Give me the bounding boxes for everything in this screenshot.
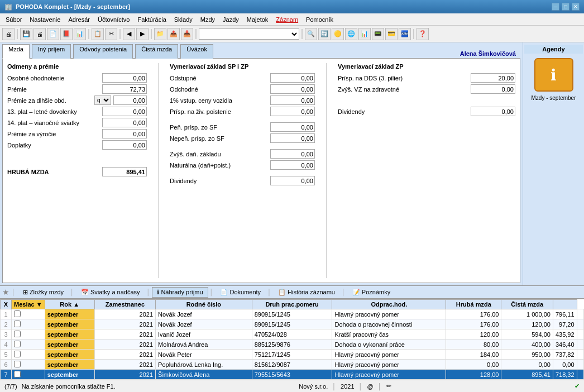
input-premie-vyrocie[interactable] bbox=[102, 129, 147, 138]
col-header-rok[interactable]: Rok ▲ bbox=[45, 300, 94, 309]
toolbar-btn-15[interactable]: 📟 bbox=[372, 28, 384, 40]
col-header-cista[interactable]: Čistá mzda bbox=[501, 300, 553, 309]
cell-check[interactable] bbox=[12, 360, 45, 370]
menu-mzdy[interactable]: Mzdy bbox=[197, 15, 218, 24]
maximize-button[interactable]: □ bbox=[562, 3, 569, 11]
toolbar-btn-5[interactable]: 📕 bbox=[60, 28, 73, 40]
toolbar-btn-3[interactable]: 🖨 bbox=[33, 28, 46, 40]
toolbar-btn-18[interactable]: ❓ bbox=[417, 28, 429, 40]
bottom-tab-poznamky[interactable]: 📝 Poznámky bbox=[347, 287, 395, 298]
cell-cista: 0,00 bbox=[553, 360, 577, 370]
toolbar-search-combo[interactable] bbox=[199, 28, 299, 40]
toolbar-btn-fwd[interactable]: ▶ bbox=[136, 28, 149, 40]
cell-odprac: 0,00 bbox=[446, 360, 501, 370]
menu-uctovnictvo[interactable]: Účtovníctvo bbox=[94, 15, 133, 24]
table-row[interactable]: 6september2021Popluhárová Lenka Ing.8156… bbox=[1, 360, 584, 370]
input-dividendy-s3[interactable] bbox=[471, 107, 515, 116]
cell-check[interactable] bbox=[12, 340, 45, 350]
cell-check[interactable] bbox=[12, 309, 45, 319]
toolbar-btn-1[interactable]: 🖨 bbox=[2, 28, 15, 40]
col-header-hruba[interactable]: Hrubá mzda bbox=[446, 300, 501, 309]
cell-hruba: 950,00 bbox=[501, 350, 553, 360]
cell-check[interactable] bbox=[12, 329, 45, 340]
input-zvysvz[interactable] bbox=[471, 84, 515, 94]
cell-zamestnanec: Novák Peter bbox=[156, 350, 252, 360]
menu-pomocnik[interactable]: Pomocník bbox=[303, 15, 337, 24]
table-row[interactable]: 4september2021Molnárová Andrea885125/987… bbox=[1, 340, 584, 350]
agendy-icon[interactable]: ℹ bbox=[534, 58, 573, 92]
menu-fakturacia[interactable]: Faktúrácia bbox=[134, 15, 169, 24]
cell-check[interactable] bbox=[12, 370, 45, 380]
input-nepenprispzo[interactable] bbox=[270, 133, 315, 143]
table-row[interactable]: 1september2021Novák Jozef890915/1245Hlav… bbox=[1, 309, 584, 319]
toolbar-btn-10[interactable]: 📤 bbox=[167, 28, 180, 40]
poznamky-icon: 📝 bbox=[352, 289, 360, 296]
col-header-odprac[interactable]: Odprac.hod. bbox=[332, 300, 446, 309]
col-header-druh[interactable]: Druh prac.pomeru bbox=[252, 300, 332, 309]
input-doplatky[interactable] bbox=[102, 140, 147, 150]
toolbar-btn-11[interactable]: 📥 bbox=[181, 28, 193, 40]
toolbar-btn-14[interactable]: 📊 bbox=[358, 28, 371, 40]
col-header-zamestnanec[interactable]: Zamestnanec bbox=[94, 300, 155, 309]
cell-check[interactable] bbox=[12, 319, 45, 329]
toolbar-btn-13[interactable]: 🌐 bbox=[345, 28, 357, 40]
toolbar-btn-17[interactable]: 🏧 bbox=[399, 28, 411, 40]
table-row[interactable]: 3september2021Ivanič Jozef470524/028Krat… bbox=[1, 329, 584, 340]
cell-check[interactable] bbox=[12, 350, 45, 360]
input-osobne[interactable] bbox=[102, 73, 147, 83]
cell-hruba: 0,00 bbox=[501, 360, 553, 370]
tab-iny-prijem[interactable]: Iný príjem bbox=[32, 44, 71, 59]
toolbar-btn-7[interactable]: 📋 bbox=[92, 28, 104, 40]
minimize-button[interactable]: ─ bbox=[552, 3, 559, 11]
menu-majetok[interactable]: Majetok bbox=[243, 15, 272, 24]
input-premie[interactable] bbox=[102, 84, 147, 94]
toolbar-btn-4[interactable]: 📄 bbox=[47, 28, 59, 40]
input-penprispzo[interactable] bbox=[270, 122, 315, 132]
menu-nastavenie[interactable]: Nastavenie bbox=[26, 15, 64, 24]
input-1pct[interactable] bbox=[270, 95, 315, 105]
table-row[interactable]: 7september2021Šimkovičová Alena795515/56… bbox=[1, 370, 584, 380]
toolbar-filter[interactable]: 🔍 bbox=[305, 28, 317, 40]
tab-odvody[interactable]: Odvody poistenia bbox=[73, 44, 133, 59]
bottom-tab-dokumenty[interactable]: 📄 Dokumenty bbox=[215, 287, 266, 298]
bottom-tab-historia[interactable]: 📋 História záznamu bbox=[273, 287, 340, 298]
menu-adresar[interactable]: Adresár bbox=[65, 15, 93, 24]
col-header-mesiac[interactable]: Mesiac ▼ bbox=[12, 300, 45, 309]
toolbar-btn-16[interactable]: 💳 bbox=[385, 28, 398, 40]
bottom-tab-nahrady[interactable]: ℹ Náhrady príjmu bbox=[152, 287, 208, 298]
tab-uvazok[interactable]: Úvázok bbox=[180, 44, 213, 59]
toolbar-btn-6[interactable]: 📊 bbox=[74, 28, 86, 40]
cell-odprac: 80,00 bbox=[446, 340, 501, 350]
input-dividendy-s2[interactable] bbox=[270, 176, 315, 185]
toolbar-btn-back[interactable]: ◀ bbox=[123, 28, 135, 40]
toolbar-btn-8[interactable]: ✂ bbox=[105, 28, 117, 40]
toolbar-btn-12[interactable]: 🟡 bbox=[332, 28, 344, 40]
input-13plat[interactable] bbox=[102, 107, 147, 116]
bottom-tab-sviatky[interactable]: 📅 Sviatky a nadčasy bbox=[76, 287, 145, 298]
table-row[interactable]: 2september2021Novák Jozef890915/1245Doho… bbox=[1, 319, 584, 329]
input-odstupne[interactable] bbox=[270, 73, 315, 83]
toolbar-btn-9[interactable]: 📁 bbox=[154, 28, 166, 40]
menu-sklady[interactable]: Sklady bbox=[171, 15, 196, 24]
combo-premie[interactable]: q bbox=[94, 95, 111, 105]
toolbar-btn-2[interactable]: 💾 bbox=[20, 28, 32, 40]
toolbar-refresh[interactable]: 🔄 bbox=[318, 28, 331, 40]
input-prispziv[interactable] bbox=[270, 107, 315, 116]
menu-jazdy[interactable]: Jazdy bbox=[219, 15, 242, 24]
section-odmeny: Odmeny a prémie Osobné ohodnotenie Prémi… bbox=[7, 63, 147, 278]
input-14plat[interactable] bbox=[102, 118, 147, 127]
menu-zaznam[interactable]: Záznam bbox=[272, 15, 301, 24]
table-row[interactable]: 5september2021Novák Peter751217/1245Hlav… bbox=[1, 350, 584, 360]
bottom-tab-zlozky[interactable]: ⊞ Zložky mzdy bbox=[18, 287, 69, 298]
input-premie-dlhsie[interactable] bbox=[113, 95, 147, 105]
menu-subor[interactable]: Súbor bbox=[2, 15, 25, 24]
input-odchodne[interactable] bbox=[270, 84, 315, 94]
tab-cista-mzda[interactable]: Čistá mzda bbox=[135, 44, 178, 59]
col-header-rodne[interactable]: Rodné číslo bbox=[156, 300, 252, 309]
input-hruba-mzda[interactable] bbox=[102, 167, 147, 176]
input-prispnadds[interactable] bbox=[471, 73, 515, 83]
close-button[interactable]: ✕ bbox=[572, 3, 580, 11]
tab-mzda[interactable]: Mzda bbox=[2, 44, 30, 59]
input-naturalna[interactable] bbox=[270, 160, 315, 170]
input-zvysdanzakl[interactable] bbox=[270, 149, 315, 159]
